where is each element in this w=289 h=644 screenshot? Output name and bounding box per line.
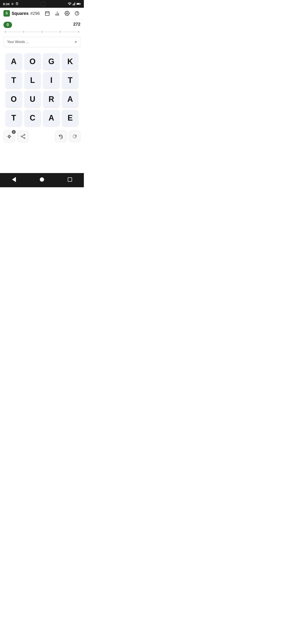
home-nav-button[interactable] — [38, 175, 46, 184]
bottom-nav-bar — [0, 173, 84, 187]
svg-rect-4 — [74, 3, 74, 6]
calendar-button[interactable] — [44, 10, 51, 17]
star-2: ★ — [22, 30, 25, 34]
help-button[interactable] — [73, 10, 80, 17]
star-1: ★ — [4, 30, 7, 34]
camera-cutout — [41, 1, 46, 6]
letter-grid: A O G K T L I T O U R A T C A E — [5, 53, 78, 126]
undo-button[interactable] — [55, 131, 67, 142]
your-words-dropdown[interactable]: Your Words ... ▾ — [3, 37, 80, 47]
svg-point-19 — [77, 14, 77, 15]
recents-nav-button[interactable] — [66, 175, 74, 184]
tile-O-8[interactable]: O — [5, 91, 22, 108]
tile-I-6[interactable]: I — [43, 72, 60, 89]
max-score: 272 — [73, 22, 80, 27]
status-right-icons — [68, 2, 81, 6]
star-4: ★ — [59, 30, 62, 34]
battery-icon — [76, 2, 81, 6]
tile-G-2[interactable]: G — [43, 53, 60, 70]
tile-T-4[interactable]: T — [5, 72, 22, 89]
back-nav-button[interactable] — [10, 175, 18, 184]
action-left-buttons: 3 — [3, 131, 29, 142]
chevron-down-icon: ▾ — [75, 40, 77, 44]
bottom-actions: 3 — [0, 128, 84, 144]
star-3: ★ — [40, 30, 43, 34]
letter-grid-section: A O G K T L I T O U R A T C A E — [0, 49, 84, 128]
svg-point-29 — [21, 136, 22, 137]
recents-icon — [68, 177, 72, 182]
svg-line-31 — [22, 135, 24, 136]
svg-rect-7 — [77, 4, 80, 4]
svg-point-30 — [24, 138, 25, 138]
svg-rect-2 — [72, 4, 73, 6]
tile-T-12[interactable]: T — [5, 110, 22, 126]
settings-icon: ⚙ — [11, 2, 14, 6]
chart-button[interactable] — [54, 10, 61, 17]
svg-point-17 — [66, 13, 68, 14]
svg-line-32 — [22, 137, 24, 138]
app-icon: S — [3, 10, 10, 16]
app-title: Squares — [11, 11, 28, 16]
signal-icon — [72, 2, 76, 6]
back-icon — [12, 177, 16, 182]
star-5: ★ — [77, 30, 80, 34]
wifi-icon — [68, 2, 71, 6]
status-bar: 9:34 ⚙ — [0, 0, 84, 8]
nav-icons — [44, 10, 80, 17]
tile-A-14[interactable]: A — [43, 110, 60, 126]
current-score: 0 — [3, 22, 12, 28]
svg-rect-5 — [75, 2, 75, 6]
hint-count: 3 — [12, 130, 16, 134]
tile-C-13[interactable]: C — [24, 110, 41, 126]
tile-E-15[interactable]: E — [62, 110, 79, 126]
your-words-section: Your Words ... ▾ — [0, 35, 84, 49]
tile-T-7[interactable]: T — [62, 72, 79, 89]
status-time: 9:34 — [3, 2, 9, 6]
tile-U-9[interactable]: U — [24, 91, 41, 108]
star-row: ★ ★ ★ ★ ★ — [3, 30, 80, 34]
sim-icon — [15, 2, 18, 6]
home-icon — [40, 177, 44, 182]
top-nav: S Squares #296 — [0, 8, 84, 19]
score-row: 0 272 — [3, 22, 80, 28]
hint-button[interactable]: 3 — [3, 131, 15, 142]
your-words-label: Your Words ... — [7, 40, 29, 44]
tile-L-5[interactable]: L — [24, 72, 41, 89]
tile-A-11[interactable]: A — [62, 91, 79, 108]
settings-button[interactable] — [64, 10, 70, 17]
tile-K-3[interactable]: K — [62, 53, 79, 70]
svg-rect-1 — [16, 3, 18, 4]
share-button[interactable] — [17, 131, 29, 142]
svg-rect-8 — [80, 4, 81, 4]
clear-button[interactable] — [69, 131, 80, 142]
tile-R-10[interactable]: R — [43, 91, 60, 108]
svg-point-28 — [24, 134, 25, 136]
tile-O-1[interactable]: O — [24, 53, 41, 70]
puzzle-number: #296 — [30, 11, 40, 16]
tile-A-0[interactable]: A — [5, 53, 22, 70]
nav-left: S Squares #296 — [3, 10, 40, 16]
svg-rect-3 — [73, 4, 74, 5]
svg-point-34 — [73, 135, 76, 138]
score-section: 0 272 ★ ★ ★ ★ ★ — [0, 19, 84, 35]
svg-rect-9 — [45, 12, 49, 16]
action-right-buttons — [55, 131, 80, 142]
